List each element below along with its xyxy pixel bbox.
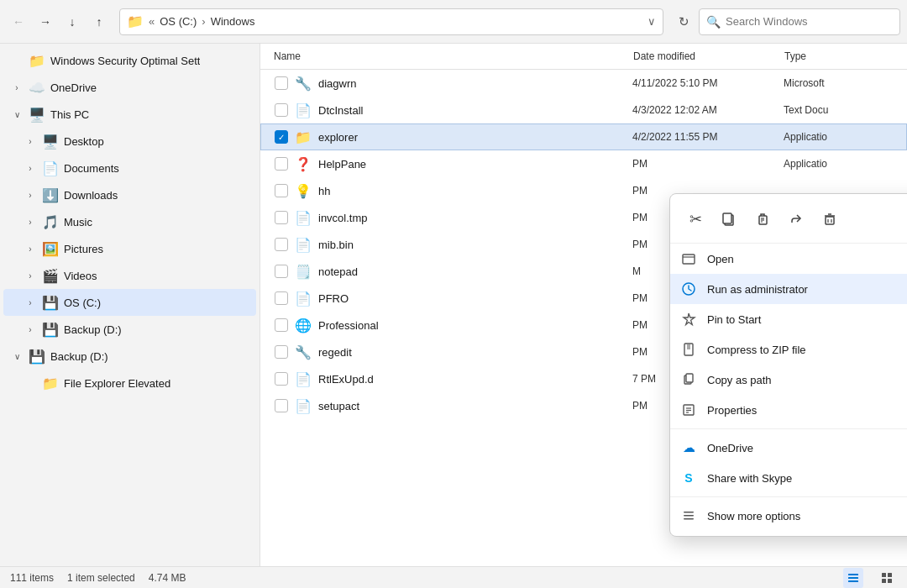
sidebar-item-label: Downloads — [64, 189, 118, 202]
svg-rect-11 — [683, 255, 695, 264]
item-count: 111 items — [10, 572, 54, 584]
file-checkbox[interactable]: ✓ — [275, 130, 288, 144]
sidebar-item-downloads[interactable]: › ⬇️ Downloads — [3, 181, 256, 208]
file-row[interactable]: ❓ HelpPane PM Applicatio — [260, 150, 907, 177]
sidebar-item-onedrive[interactable]: › ☁️ OneDrive — [3, 74, 256, 101]
sidebar-item-windows-security[interactable]: 📁 Windows Security Optimal Sett — [3, 47, 256, 74]
up-button[interactable]: ↑ — [87, 10, 111, 34]
selected-size: 4.74 MB — [149, 572, 186, 584]
ctx-cut-button[interactable]: ✂ — [680, 204, 710, 234]
pin-icon — [680, 311, 697, 328]
context-menu-copy-path[interactable]: Copy as path Ctrl+Shift+C — [670, 365, 907, 395]
onedrive-icon: ☁️ — [29, 80, 45, 96]
file-checkbox[interactable] — [275, 103, 288, 117]
header-name[interactable]: Name — [274, 47, 633, 66]
run-admin-icon — [680, 281, 697, 297]
file-checkbox[interactable] — [275, 76, 288, 90]
sidebar-item-backup-d1[interactable]: › 💾 Backup (D:) — [3, 316, 256, 343]
address-bar[interactable]: 📁 « OS (C:) › Windows ∨ — [119, 8, 663, 35]
header-date[interactable]: Date modified — [633, 47, 784, 66]
run-admin-label: Run as administrator — [707, 283, 907, 296]
file-checkbox[interactable] — [275, 318, 288, 332]
sidebar-item-documents[interactable]: › 📄 Documents — [3, 155, 256, 181]
svg-rect-1 — [723, 213, 731, 223]
context-menu-run-admin[interactable]: Run as administrator — [670, 274, 907, 304]
sidebar-item-this-pc[interactable]: ∨ 🖥️ This PC — [3, 101, 256, 128]
properties-icon — [680, 402, 697, 418]
address-dropdown-icon[interactable]: ∨ — [647, 15, 656, 28]
file-icon: 🌐 — [295, 318, 312, 333]
sidebar-item-desktop[interactable]: › 🖥️ Desktop — [3, 128, 256, 155]
context-menu-share-skype[interactable]: S Share with Skype — [670, 463, 907, 493]
forward-button[interactable]: → — [34, 10, 57, 34]
file-checkbox[interactable] — [275, 211, 288, 224]
file-icon: 📄 — [295, 371, 312, 387]
expand-icon: › — [24, 296, 37, 309]
ctx-paste-button[interactable] — [747, 204, 778, 234]
file-row-explorer[interactable]: ✓ 📁 explorer 4/2/2022 11:55 PM Applicati… — [260, 123, 907, 150]
file-name-cell: 🌐 Professional — [275, 318, 632, 333]
sidebar-item-videos[interactable]: › 🎬 Videos — [3, 262, 256, 289]
sidebar: 📁 Windows Security Optimal Sett › ☁️ One… — [0, 44, 260, 566]
file-checkbox[interactable] — [275, 157, 288, 171]
sidebar-item-backup-d2[interactable]: ∨ 💾 Backup (D:) — [3, 343, 256, 370]
file-name: DtcInstall — [318, 104, 363, 117]
share-skype-label: Share with Skype — [707, 472, 907, 485]
sidebar-item-label: Music — [64, 216, 92, 228]
file-checkbox[interactable] — [275, 184, 288, 197]
context-menu-pin-start[interactable]: Pin to Start — [670, 304, 907, 334]
file-icon: 🔧 — [295, 76, 312, 92]
sidebar-item-label: Backup (D:) — [50, 350, 108, 363]
file-date: PM — [632, 158, 784, 170]
file-row[interactable]: 🔧 diagwrn 4/11/2022 5:10 PM Microsoft — [260, 70, 907, 97]
ctx-share-button[interactable] — [781, 204, 811, 234]
sidebar-item-pictures[interactable]: › 🖼️ Pictures — [3, 235, 256, 262]
sidebar-item-label: Backup (D:) — [64, 323, 122, 336]
file-checkbox[interactable] — [275, 291, 288, 305]
file-name-cell: ✓ 📁 explorer — [275, 129, 632, 145]
list-view-button[interactable] — [843, 568, 863, 588]
search-bar[interactable]: 🔍 — [699, 8, 900, 35]
search-icon: 🔍 — [706, 15, 721, 29]
grid-view-button[interactable] — [877, 568, 897, 588]
context-menu-open[interactable]: Open Enter — [670, 244, 907, 274]
file-name-cell: 🔧 diagwrn — [275, 76, 632, 92]
header-type[interactable]: Type — [784, 47, 894, 66]
file-checkbox[interactable] — [275, 345, 288, 359]
file-type: Applicatio — [784, 131, 893, 143]
search-input[interactable] — [726, 15, 893, 28]
expand-icon: ∨ — [10, 349, 24, 363]
context-menu-properties[interactable]: Properties Alt+Enter — [670, 395, 907, 425]
file-icon: 🗒️ — [295, 264, 312, 280]
file-checkbox[interactable] — [275, 238, 288, 251]
sidebar-item-label: Pictures — [64, 243, 103, 255]
copy-path-label: Copy as path — [707, 374, 907, 386]
sidebar-item-music[interactable]: › 🎵 Music — [3, 208, 256, 235]
file-name-cell: 🔧 regedit — [275, 344, 632, 360]
folder-icon: 📁 — [42, 375, 59, 391]
context-menu-onedrive[interactable]: ☁ OneDrive › — [670, 433, 907, 463]
file-name: Professional — [318, 319, 379, 332]
file-row[interactable]: 📄 DtcInstall 4/3/2022 12:02 AM Text Docu — [260, 97, 907, 123]
sidebar-item-os-c[interactable]: › 💾 OS (C:) — [3, 289, 256, 316]
file-icon: 📄 — [295, 210, 312, 226]
ctx-copy-button[interactable] — [714, 204, 744, 234]
sidebar-item-file-explorer-elevated[interactable]: 📁 File Explorer Elevated — [3, 370, 256, 396]
file-list-container: Name Date modified Type 🔧 diagwrn 4/11/2… — [260, 44, 907, 566]
expand-icon: › — [24, 323, 37, 336]
address-separator: › — [202, 15, 205, 28]
ctx-delete-button[interactable] — [815, 204, 845, 234]
file-checkbox[interactable] — [275, 265, 288, 278]
file-checkbox[interactable] — [275, 372, 288, 386]
back-button[interactable]: ← — [7, 10, 30, 34]
context-menu-compress-zip[interactable]: Compress to ZIP file — [670, 334, 907, 365]
context-menu-more-options[interactable]: Show more options Shift+F10 — [670, 501, 907, 531]
file-checkbox[interactable] — [275, 399, 288, 412]
expand-icon: › — [10, 81, 24, 94]
open-label: Open — [707, 253, 907, 265]
refresh-button[interactable]: ↻ — [672, 10, 695, 34]
svg-rect-28 — [848, 580, 858, 582]
svg-rect-31 — [882, 579, 886, 583]
address-drive: OS (C:) — [160, 15, 197, 28]
recent-locations-button[interactable]: ↓ — [60, 10, 84, 34]
